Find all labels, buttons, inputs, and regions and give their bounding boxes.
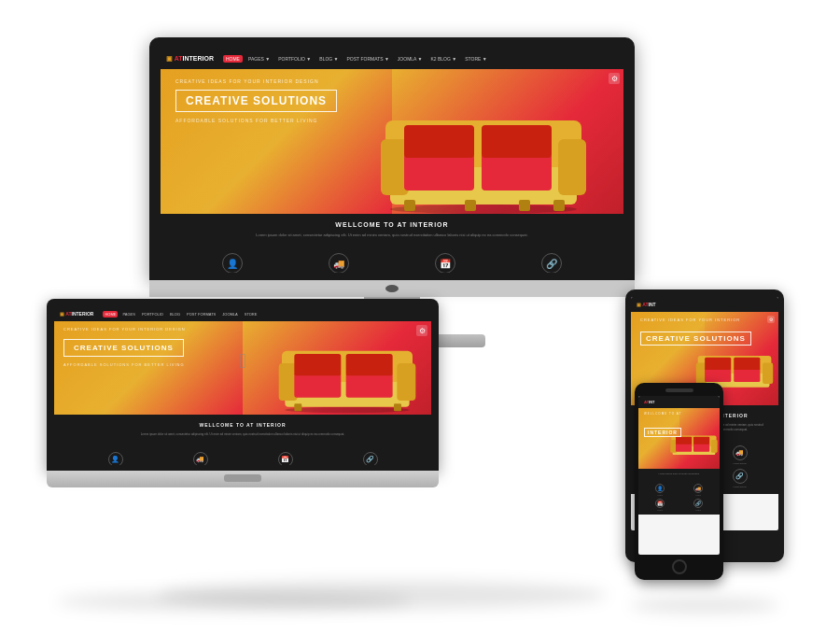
svg-rect-11	[519, 200, 530, 211]
phone-link-icon: 🔗	[693, 499, 703, 508]
tablet-hero-content: CREATIVE IDEAS FOR YOUR INTERIOR CREATIV…	[631, 312, 778, 357]
phone-hero-title: INTERIOR	[648, 430, 678, 435]
svg-rect-4	[558, 139, 586, 195]
phone-hero-title-box: INTERIOR	[644, 428, 681, 437]
svg-rect-9	[404, 200, 415, 211]
monitor-hero-subtitle: CREATIVE IDEAS FOR YOUR INTERIOR DESIGN	[175, 78, 609, 84]
laptop-device: ▣ ATINTERIOR HOME PAGES PORTFOLIO BLOG P…	[47, 299, 439, 487]
user-icon: 👤	[222, 253, 243, 273]
logo-icon: ▣	[166, 55, 175, 62]
monitor-content-title: WELLCOME TO AT INTERIOR	[172, 221, 612, 228]
svg-rect-10	[465, 200, 476, 211]
monitor-nav-links: HOME PAGES ▼ PORTFOLIO ▼ BLOG ▼ POST FOR…	[223, 55, 490, 63]
monitor-bezel: ▣ ATINTERIOR HOME PAGES ▼ PORTFOLIO ▼ BL…	[149, 37, 635, 280]
svg-point-0	[390, 205, 577, 214]
laptop-nav-links: HOME PAGES PORTFOLIO BLOG POST FORMATS J…	[103, 311, 259, 318]
nav-post-formats[interactable]: POST FORMATS ▼	[344, 55, 392, 63]
phone-icons-grid: 👤 Lorem 🚚 Lorem 📅 Lorem 🔗	[638, 480, 720, 515]
laptop-hero-subtitle: CREATIVE IDEAS FOR YOUR INTERIOR DESIGN	[63, 327, 422, 332]
phone-bezel: ATINT	[635, 383, 723, 580]
tablet-hero-title: CREATIVE SOLUTIONS	[646, 334, 746, 343]
svg-rect-23	[394, 403, 401, 411]
tablet-nav: ▣ ATINT	[631, 297, 778, 312]
laptop-bezel: ▣ ATINTERIOR HOME PAGES PORTFOLIO BLOG P…	[47, 299, 439, 471]
tablet-shadow	[630, 598, 779, 613]
monitor-content: WELLCOME TO AT INTERIOR Lorem ipsum dolo…	[161, 214, 623, 246]
laptop-nav-store[interactable]: STORE	[243, 311, 259, 318]
phone-icon-3: 📅 Lorem	[642, 499, 678, 511]
monitor-stand-top	[149, 280, 635, 297]
laptop-nav: ▣ ATINTERIOR HOME PAGES PORTFOLIO BLOG P…	[54, 306, 431, 321]
laptop-nav-pages[interactable]: PAGES	[120, 311, 137, 318]
nav-portfolio[interactable]: PORTFOLIO ▼	[275, 55, 314, 63]
nav-joomla[interactable]: JOOMLA ▼	[395, 55, 426, 63]
laptop-link-icon: 🔗	[363, 452, 378, 465]
laptop-nav-portfolio[interactable]: PORTFOLIO	[140, 311, 165, 318]
phone-speaker	[665, 388, 693, 392]
phone-hero-subtitle: WELLCOME TO AT	[644, 412, 714, 416]
nav-pages[interactable]: PAGES ▼	[245, 55, 273, 63]
svg-rect-31	[734, 358, 760, 370]
monitor-hero-content: CREATIVE IDEAS FOR YOUR INTERIOR DESIGN …	[161, 69, 623, 133]
svg-rect-12	[553, 200, 565, 211]
laptop-shadow	[56, 592, 411, 611]
laptop-nav-post[interactable]: POST FORMATS	[185, 311, 217, 318]
svg-rect-18	[294, 373, 341, 398]
laptop-icons-row: 👤 🚚 📅 🔗	[54, 444, 431, 465]
delivery-icon: 🚚	[329, 253, 349, 273]
laptop-hero-title: CREATIVE SOLUTIONS	[74, 344, 174, 352]
monitor-logo: ▣ ATINTERIOR	[166, 55, 214, 63]
laptop-content-text: Lorem ipsum dolor sit amet, consectetur …	[65, 432, 420, 437]
svg-rect-29	[734, 368, 760, 382]
nav-home[interactable]: HOME	[223, 55, 243, 63]
phone-delivery-icon: 🚚	[693, 484, 703, 493]
tablet-logo: ▣ ATINT	[637, 302, 656, 307]
laptop-nav-home[interactable]: HOME	[103, 311, 118, 318]
phone-hero: WELLCOME TO AT INTERIOR	[638, 408, 720, 469]
laptop-logo: ▣ ATINTERIOR	[60, 311, 93, 317]
phone-website: ATINT	[638, 396, 720, 555]
laptop-screen: ▣ ATINTERIOR HOME PAGES PORTFOLIO BLOG P…	[54, 306, 431, 465]
monitor-icons-row: 👤 🚚 📅 🔗	[161, 246, 623, 273]
phone-device: ATINT	[635, 383, 723, 580]
laptop-hero-tagline: AFFORDABLE SOLUTIONS FOR BETTER LIVING	[63, 362, 422, 367]
nav-blog[interactable]: BLOG ▼	[316, 55, 341, 63]
laptop-user-icon: 👤	[108, 452, 123, 465]
laptop-website: ▣ ATINTERIOR HOME PAGES PORTFOLIO BLOG P…	[54, 306, 431, 465]
phone-calendar-icon: 📅	[655, 499, 665, 508]
monitor-website: ▣ ATINTERIOR HOME PAGES ▼ PORTFOLIO ▼ BL…	[161, 49, 623, 273]
phone-logo: ATINT	[644, 400, 655, 404]
monitor-screen: ▣ ATINTERIOR HOME PAGES ▼ PORTFOLIO ▼ BL…	[161, 49, 623, 273]
phone-nav: ATINT	[638, 396, 720, 408]
monitor-hero-title: CREATIVE SOLUTIONS	[186, 94, 327, 107]
laptop-content-title: WELLCOME TO AT INTERIOR	[65, 422, 420, 428]
phone-screen: ATINT	[638, 396, 720, 555]
phone-icon-4: 🔗 Lorem	[680, 499, 716, 511]
monitor-hero-title-box: CREATIVE SOLUTIONS	[175, 90, 337, 112]
laptop-gear-icon[interactable]: ⚙	[416, 325, 427, 336]
nav-k2blog[interactable]: K2 BLOG ▼	[427, 55, 459, 63]
tablet-hero-subtitle: CREATIVE IDEAS FOR YOUR INTERIOR	[640, 318, 769, 322]
phone-user-icon: 👤	[655, 484, 665, 493]
tablet-link-icon: 🔗	[733, 469, 748, 484]
phone-content-text: Lorem ipsum dolor sit amet consectetur	[642, 473, 716, 476]
laptop-calendar-icon: 📅	[278, 452, 293, 465]
laptop-delivery-icon: 🚚	[193, 452, 208, 465]
calendar-icon: 📅	[435, 253, 455, 273]
laptop-hero-title-box: CREATIVE SOLUTIONS	[63, 339, 184, 357]
tablet-gear-icon[interactable]: ⚙	[767, 316, 775, 323]
monitor-hero: ⚙ CREATIVE IDEAS FOR YOUR INTERIOR DESIG…	[161, 69, 623, 214]
gear-icon[interactable]: ⚙	[609, 73, 620, 84]
monitor-content-text: Lorem ipsum dolor sit amet, consectetur …	[172, 233, 612, 238]
tablet-hero-title-box: CREATIVE SOLUTIONS	[640, 332, 751, 346]
svg-rect-28	[705, 368, 731, 382]
svg-rect-19	[346, 373, 393, 398]
laptop-nav-joomla[interactable]: JOOMLA	[220, 311, 239, 318]
phone-icon-1: 👤 Lorem	[642, 484, 678, 496]
svg-rect-27	[763, 362, 773, 384]
phone-home-button[interactable]	[672, 559, 687, 574]
phone-icon-2: 🚚 Lorem	[680, 484, 716, 496]
svg-rect-6	[482, 153, 552, 190]
nav-store[interactable]: STORE ▼	[462, 55, 489, 63]
laptop-nav-blog[interactable]: BLOG	[168, 311, 182, 318]
